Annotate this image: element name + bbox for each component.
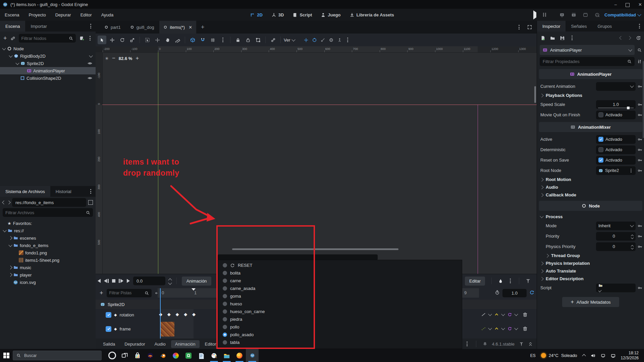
inspector-scrollbar[interactable] bbox=[643, 61, 644, 138]
green-app-icon[interactable]: Ω bbox=[182, 349, 195, 362]
version-label[interactable]: 4.6.1.stable bbox=[492, 342, 515, 347]
workspace-script[interactable]: Script bbox=[292, 12, 312, 17]
tab-inspector[interactable]: Inspector bbox=[537, 21, 566, 32]
tab-se-ales[interactable]: Señales bbox=[566, 21, 592, 32]
timeline-ruler[interactable]: 0 1 bbox=[158, 288, 218, 298]
close-icon[interactable]: ✕ bbox=[189, 25, 192, 30]
select-tool-icon[interactable] bbox=[98, 36, 106, 44]
paint-icon[interactable] bbox=[208, 349, 220, 362]
lock-icon[interactable] bbox=[233, 36, 242, 44]
interp-discrete-icon[interactable] bbox=[481, 326, 486, 331]
tab-menu-button[interactable] bbox=[637, 24, 642, 28]
zoom-level[interactable]: 82.6 % bbox=[119, 56, 132, 61]
filter-files-input[interactable]: Filtrar Archivos bbox=[3, 208, 93, 217]
group-physics-interpolation[interactable]: Physics Interpolation bbox=[537, 259, 644, 267]
script-field[interactable] bbox=[596, 284, 636, 292]
load-resource-icon[interactable] bbox=[550, 36, 555, 41]
key-icon[interactable] bbox=[638, 147, 642, 152]
wrap-mode-icon[interactable] bbox=[494, 326, 499, 331]
key-icon[interactable] bbox=[638, 137, 642, 142]
add-track-button[interactable]: + bbox=[100, 290, 103, 297]
workspace-librer-a-de-assets[interactable]: Librería de Assets bbox=[350, 12, 394, 17]
fs-path[interactable]: res://fondo_e_items bbox=[12, 198, 86, 207]
animation-menu-button[interactable]: Animación bbox=[182, 277, 211, 286]
movie-reel-icon[interactable] bbox=[595, 12, 600, 17]
center-view-icon[interactable]: ✳ bbox=[105, 56, 109, 61]
skeleton-options-icon[interactable] bbox=[269, 36, 277, 44]
scene-tab-items-[interactable]: items(*)✕ bbox=[159, 21, 196, 34]
step-back-button[interactable] bbox=[104, 279, 109, 283]
dropdown[interactable] bbox=[596, 82, 636, 91]
time-spinner[interactable] bbox=[169, 278, 171, 284]
play-button[interactable] bbox=[127, 279, 130, 283]
animation-length-field[interactable]: 1.0 bbox=[502, 289, 527, 297]
unlock-icon[interactable] bbox=[244, 36, 252, 44]
expand-icon[interactable] bbox=[8, 243, 12, 247]
key-icon[interactable] bbox=[638, 158, 642, 163]
expand-panel-icon[interactable] bbox=[528, 342, 533, 346]
clock[interactable]: 18:12 12/3/2026 bbox=[621, 351, 639, 361]
bottom-tab-audio[interactable]: Audio bbox=[151, 340, 170, 348]
group-callback-mode[interactable]: Callback Mode bbox=[537, 191, 644, 199]
group-editor-description[interactable]: Editor Description bbox=[537, 275, 644, 283]
key-icon[interactable] bbox=[638, 286, 642, 290]
menu-proyecto[interactable]: Proyecto bbox=[24, 9, 50, 21]
group-audio[interactable]: Audio bbox=[537, 183, 644, 191]
add-node-button[interactable]: + bbox=[3, 35, 7, 42]
trash-icon[interactable] bbox=[523, 326, 528, 331]
workspace-juego[interactable]: Juego bbox=[321, 12, 340, 17]
expand-icon[interactable] bbox=[9, 54, 12, 57]
keyframe-sprite-thumbnail[interactable] bbox=[160, 322, 174, 337]
grid-snap-icon[interactable] bbox=[198, 36, 207, 44]
animation-panel-menu-button[interactable] bbox=[508, 279, 513, 283]
keyframe-diamond[interactable]: ◆ bbox=[184, 312, 187, 317]
loop-mode-icon[interactable] bbox=[507, 326, 512, 331]
tab-grupos[interactable]: Grupos bbox=[592, 21, 617, 32]
section-header-animationmixer[interactable]: AnimationMixer bbox=[539, 122, 642, 132]
section-header-animationplayer[interactable]: AnimationPlayer bbox=[539, 69, 642, 79]
key-icon[interactable] bbox=[638, 244, 642, 249]
chevron-down-icon[interactable] bbox=[514, 326, 518, 330]
section-header-node[interactable]: Node bbox=[539, 201, 642, 211]
file-item-music[interactable]: music bbox=[0, 264, 96, 271]
wrap-mode-icon[interactable] bbox=[494, 312, 499, 317]
expand-icon[interactable] bbox=[2, 46, 6, 50]
node-selector[interactable]: AnimationPlayer bbox=[540, 45, 635, 55]
minimize-button[interactable]: – bbox=[614, 2, 617, 7]
microsoft-store-icon[interactable] bbox=[131, 349, 144, 362]
checkbox-field[interactable]: Activado bbox=[596, 145, 636, 154]
move-tool-icon[interactable] bbox=[108, 36, 116, 44]
visibility-toggle[interactable] bbox=[88, 61, 92, 66]
menu-depurar[interactable]: Depurar bbox=[51, 9, 76, 21]
menu-editor[interactable]: Editor bbox=[76, 9, 97, 21]
checkbox-field[interactable]: Activado bbox=[596, 111, 636, 119]
history-forward-button[interactable] bbox=[627, 36, 631, 40]
filter-properties-input[interactable]: Filtrar Propiedades bbox=[540, 57, 635, 66]
group-playback-options[interactable]: Playback Options bbox=[537, 92, 644, 99]
move-pivot-icon[interactable] bbox=[153, 36, 162, 44]
key-icon[interactable] bbox=[638, 84, 642, 89]
scene-tab-list-button[interactable] bbox=[517, 25, 521, 29]
scene-node-sprite2d[interactable]: Sprite2D bbox=[0, 60, 96, 67]
scale-tool-icon[interactable] bbox=[128, 36, 137, 44]
cast-icon[interactable] bbox=[601, 353, 605, 358]
new-resource-icon[interactable] bbox=[540, 36, 545, 41]
expand-viewport-icon[interactable] bbox=[527, 25, 532, 29]
firefox-icon[interactable] bbox=[233, 349, 246, 362]
weather-widget[interactable]: 24°C Soleado bbox=[541, 353, 577, 358]
movie-clapper-icon[interactable] bbox=[583, 12, 588, 17]
start-button[interactable] bbox=[0, 349, 13, 362]
keyframe-diamond[interactable]: ◆ bbox=[192, 312, 196, 317]
grid-options-icon[interactable] bbox=[208, 36, 217, 44]
play-custom-icon[interactable] bbox=[571, 12, 576, 17]
property-tools-icon[interactable] bbox=[637, 59, 642, 64]
fs-back-button[interactable] bbox=[2, 200, 6, 204]
chevron-down-icon[interactable] bbox=[89, 54, 93, 57]
pause-icon[interactable] bbox=[543, 13, 546, 17]
stop-button[interactable] bbox=[112, 279, 115, 283]
snap-menu-button[interactable] bbox=[218, 36, 227, 44]
droplet-icon[interactable] bbox=[498, 279, 503, 284]
key-icon[interactable] bbox=[638, 113, 642, 117]
gizmo-position-icon[interactable] bbox=[304, 38, 309, 43]
instance-scene-button[interactable] bbox=[10, 36, 15, 41]
